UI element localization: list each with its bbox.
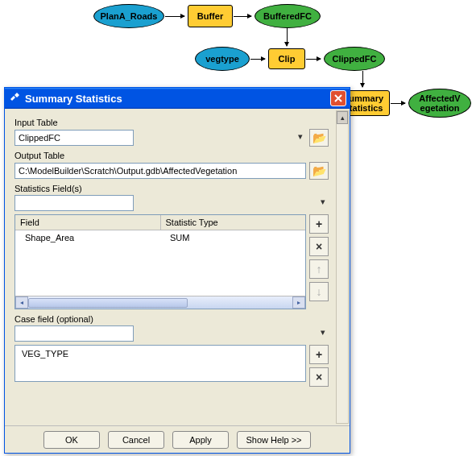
table-row[interactable]: Shape_Area SUM [15,230,305,245]
col-stat-type[interactable]: Statistic Type [161,215,306,230]
stats-table-header: Field Statistic Type [15,215,305,230]
horizontal-scrollbar[interactable]: ◂ ▸ [15,296,305,309]
cell-field: Shape_Area [15,230,160,245]
show-help-button[interactable]: Show Help >> [237,431,311,449]
input-table-combo[interactable] [14,130,134,146]
arrow [234,16,251,17]
output-table-label: Output Table [14,151,329,160]
button-bar: OK Cancel Apply Show Help >> [5,425,350,453]
stats-table: Field Statistic Type Shape_Area SUM ◂ ▸ [14,214,306,309]
titlebar: Summary Statistics [5,88,350,109]
node-clip[interactable]: Clip [268,48,305,69]
node-buffer[interactable]: Buffer [188,5,233,27]
node-affected-vegetation[interactable]: AffectedV egetation [408,89,471,118]
remove-stat-button[interactable]: × [309,237,329,256]
hammer-icon [8,92,21,105]
stats-fields-combo[interactable] [14,195,134,211]
stats-side-buttons: + × ↑ ↓ [309,214,329,309]
add-case-button[interactable]: + [309,345,329,364]
arrow [165,16,184,17]
case-field-label: Case field (optional) [14,314,329,324]
dialog-body: ▴ Input Table 📂 Output Table 📂 Statistic… [5,109,350,425]
move-up-button[interactable]: ↑ [309,259,329,279]
case-side-buttons: + × [309,345,329,387]
browse-input-button[interactable]: 📂 [309,129,329,147]
input-table-label: Input Table [14,118,329,127]
arrow [306,59,321,60]
case-field-combo[interactable] [14,325,134,342]
arrow [391,103,405,104]
node-bufferedfc[interactable]: BufferedFC [255,4,321,28]
node-vegtype[interactable]: vegtype [195,47,250,71]
move-down-button[interactable]: ↓ [309,282,329,301]
add-stat-button[interactable]: + [309,214,329,234]
node-plana-roads[interactable]: PlanA_Roads [93,4,164,28]
stats-fields-label: Statistics Field(s) [14,184,329,193]
close-button[interactable] [330,90,346,106]
cancel-button[interactable]: Cancel [108,431,164,449]
col-field[interactable]: Field [15,215,161,230]
apply-button[interactable]: Apply [172,431,229,449]
scroll-thumb[interactable] [28,298,188,308]
vertical-scrollbar[interactable]: ▴ [336,110,349,424]
summary-statistics-dialog: Summary Statistics ▴ Input Table 📂 Outpu… [4,87,350,454]
arrow [287,28,288,46]
dialog-title: Summary Statistics [25,93,330,105]
arrow [362,71,363,87]
case-list[interactable]: VEG_TYPE [14,345,306,382]
scroll-up-button[interactable]: ▴ [337,111,348,124]
node-clippedfc[interactable]: ClippedFC [324,47,385,71]
cell-stat: SUM [160,230,305,245]
list-item[interactable]: VEG_TYPE [22,349,299,359]
output-table-input[interactable] [14,163,306,179]
remove-case-button[interactable]: × [309,367,329,387]
ok-button[interactable]: OK [43,431,100,449]
scroll-right-button[interactable]: ▸ [292,296,305,309]
browse-output-button[interactable]: 📂 [309,162,329,180]
scroll-left-button[interactable]: ◂ [15,296,28,309]
arrow [250,59,265,60]
